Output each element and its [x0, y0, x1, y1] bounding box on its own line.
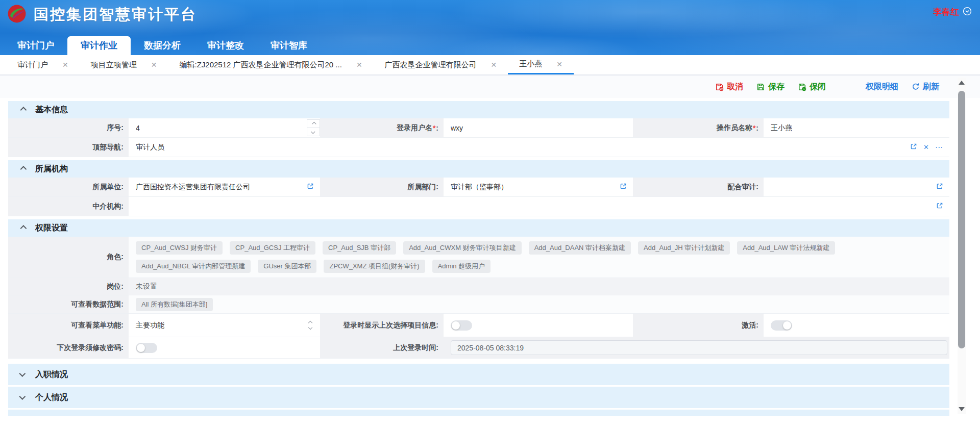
tab-edit-project[interactable]: 编辑:ZJ202512 广西农垦企业管理有限公司20 ... ✕: [168, 55, 373, 74]
tab-close-icon[interactable]: ✕: [356, 61, 362, 69]
agency-field-icons: [936, 197, 943, 216]
form-row-password-lastlogin: 下次登录须修改密码: 上次登录时间: 2025-08-05 08:33:19: [8, 337, 949, 359]
active-toggle[interactable]: [771, 320, 792, 331]
role-tag: CP_Aud_SJB 审计部: [323, 241, 396, 255]
nav-item-audit-work[interactable]: 审计作业: [67, 36, 131, 55]
section-header-basic-info[interactable]: 基本信息: [8, 101, 949, 118]
section-header-permissions[interactable]: 权限设置: [8, 219, 949, 237]
dept-field-cell[interactable]: 审计部（监事部）: [444, 178, 633, 196]
nav-item-audit-kb[interactable]: 审计智库: [257, 36, 321, 55]
top-nav-value: 审计人员: [136, 143, 164, 152]
tab-close-icon[interactable]: ✕: [62, 61, 68, 69]
roles-label: 角色:: [8, 237, 129, 278]
more-options-icon[interactable]: ⋯: [935, 143, 943, 152]
tab-audit-portal[interactable]: 审计门户 ✕: [6, 55, 80, 74]
tab-project-approval[interactable]: 项目立项管理 ✕: [80, 55, 168, 74]
external-link-icon[interactable]: [620, 183, 627, 191]
operator-name-input[interactable]: [771, 118, 949, 137]
open-tabs-bar: 审计门户 ✕ 项目立项管理 ✕ 编辑:ZJ202512 广西农垦企业管理有限公司…: [0, 55, 980, 75]
seq-input[interactable]: [136, 118, 320, 137]
tab-close-icon[interactable]: ✕: [151, 61, 157, 69]
nav-item-data-analysis[interactable]: 数据分析: [131, 36, 194, 55]
save-floppy-icon: [756, 83, 765, 91]
role-tag: CP_Aud_CWSJ 财务审计: [136, 241, 223, 255]
cancel-button[interactable]: 取消: [715, 82, 743, 92]
scrollbar-thumb[interactable]: [958, 91, 965, 348]
save-close-floppy-icon: [798, 83, 806, 91]
login-name-label: 登录用户名*:: [320, 118, 444, 137]
refresh-button[interactable]: 刷新: [912, 82, 939, 92]
save-button[interactable]: 保存: [756, 82, 785, 92]
change-pwd-label: 下次登录须修改密码:: [8, 337, 129, 358]
form-row-menu-toggles: 可查看菜单功能: 主要功能 登录时显示上次选择项目信息: 激活:: [8, 314, 949, 337]
post-field-cell: 未设置: [129, 278, 949, 295]
user-chevron-down-icon[interactable]: [963, 7, 972, 18]
cancel-floppy-icon: [715, 83, 724, 91]
unit-field-cell[interactable]: 广西国控资本运营集团有限责任公司: [129, 178, 320, 196]
refresh-label: 刷新: [923, 82, 939, 92]
show-last-project-field-cell: [444, 314, 633, 337]
form-toolbar: 取消 保存 保闭 权限: [0, 75, 980, 98]
top-nav-field-cell[interactable]: 审计人员 ✕ ⋯: [129, 138, 949, 157]
nav-item-audit-portal[interactable]: 审计门户: [4, 36, 67, 55]
dept-label: 所属部门:: [320, 178, 444, 196]
scroll-up-arrow-icon[interactable]: [959, 81, 965, 85]
tab-close-icon[interactable]: ✕: [491, 61, 497, 69]
last-login-field-cell: 2025-08-05 08:33:19: [444, 337, 949, 358]
main-nav: 审计门户 审计作业 数据分析 审计整改 审计智库: [4, 36, 321, 55]
show-last-project-label: 登录时显示上次选择项目信息:: [320, 314, 444, 337]
section-header-org[interactable]: 所属机构: [8, 160, 949, 178]
show-last-project-toggle[interactable]: [451, 320, 472, 331]
coop-audit-field-cell[interactable]: [764, 178, 949, 196]
login-name-field-cell: [444, 118, 633, 137]
coop-audit-field-icons: [936, 178, 943, 196]
data-scope-label: 可查看数据范围:: [8, 295, 129, 313]
change-pwd-toggle[interactable]: [136, 343, 157, 353]
menu-select-value: 主要功能: [136, 321, 164, 330]
cancel-label: 取消: [727, 82, 743, 92]
required-mark: *: [753, 124, 755, 132]
tab-label: 项目立项管理: [91, 60, 137, 70]
role-tag: Add_Aud_NBGL 审计内部管理新建: [136, 260, 251, 273]
permission-detail-button[interactable]: 权限明细: [866, 82, 898, 92]
nav-item-audit-rectify[interactable]: 审计整改: [194, 36, 257, 55]
login-name-input[interactable]: [451, 118, 633, 137]
form-row-data-scope: 可查看数据范围: All 所有数据[集团本部]: [8, 295, 949, 314]
data-scope-tag: All 所有数据[集团本部]: [136, 298, 213, 311]
spinner-up-button[interactable]: [307, 120, 320, 128]
menu-select[interactable]: 主要功能: [129, 314, 320, 337]
agency-field-cell[interactable]: [129, 197, 949, 216]
external-link-icon[interactable]: [936, 183, 943, 191]
tab-close-icon[interactable]: ✕: [556, 60, 562, 68]
scroll-down-arrow-icon[interactable]: [959, 407, 965, 411]
operator-name-field-cell: [764, 118, 949, 137]
unit-label: 所属单位:: [8, 178, 129, 196]
unit-value: 广西国控资本运营集团有限责任公司: [136, 183, 250, 192]
app-header: 国控集团智慧审计平台 李春红 审计门户 审计作业 数据分析 审计整改 审计智库: [0, 0, 980, 55]
dept-value: 审计部（监事部）: [451, 183, 508, 192]
save-close-button[interactable]: 保闭: [798, 82, 826, 92]
required-mark: *: [433, 124, 435, 132]
unit-field-icons: [307, 178, 314, 196]
collapse-chevron-down-icon: [19, 370, 26, 377]
post-label: 岗位:: [8, 278, 129, 295]
tab-wangxiaoyan[interactable]: 王小燕 ✕: [508, 55, 574, 74]
vertical-scrollbar[interactable]: [958, 78, 966, 414]
external-link-icon[interactable]: [936, 202, 943, 211]
save-label: 保存: [768, 82, 785, 92]
permission-detail-label: 权限明细: [866, 82, 898, 92]
section-header-onboarding[interactable]: 入职情况: [8, 364, 949, 385]
form-row-post: 岗位: 未设置: [8, 278, 949, 295]
section-title: 入职情况: [35, 369, 68, 380]
last-login-value: 2025-08-05 08:33:19: [451, 340, 947, 355]
operator-name-label: 操作员名称*:: [633, 118, 764, 137]
section-header-personal[interactable]: 个人情况: [8, 387, 949, 408]
form-row-agency: 中介机构:: [8, 197, 949, 216]
tab-company[interactable]: 广西农垦企业管理有限公司 ✕: [374, 55, 508, 74]
tab-label: 编辑:ZJ202512 广西农垦企业管理有限公司20 ...: [179, 60, 341, 70]
external-link-icon[interactable]: [307, 183, 314, 191]
external-link-icon[interactable]: [910, 143, 917, 152]
clear-icon[interactable]: ✕: [923, 143, 929, 151]
spinner-down-button[interactable]: [307, 128, 320, 136]
user-menu[interactable]: 李春红: [933, 6, 972, 18]
